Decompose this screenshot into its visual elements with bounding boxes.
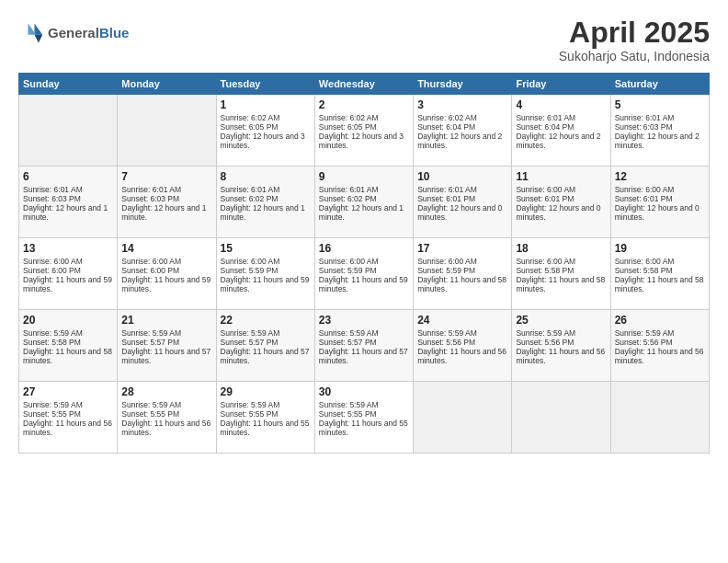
sunrise: Sunrise: 6:02 AM [319,113,379,122]
sunset: Sunset: 5:55 PM [319,409,377,419]
sunrise: Sunrise: 5:59 AM [121,328,181,338]
day-number: 30 [319,385,409,398]
sunrise: Sunrise: 6:00 AM [23,257,83,266]
sunset: Sunset: 5:58 PM [23,338,81,347]
calendar-cell: 11Sunrise: 6:00 AMSunset: 6:01 PMDayligh… [512,167,610,238]
sunrise: Sunrise: 5:59 AM [615,328,675,338]
calendar-cell [610,382,709,454]
calendar-cell: 29Sunrise: 5:59 AMSunset: 5:55 PMDayligh… [216,382,314,454]
day-number: 3 [417,98,507,111]
sunset: Sunset: 6:05 PM [221,122,279,132]
day-number: 21 [121,314,211,327]
calendar-week-row: 20Sunrise: 5:59 AMSunset: 5:58 PMDayligh… [19,310,710,382]
sunset: Sunset: 6:04 PM [417,122,475,132]
calendar-week-row: 1Sunrise: 6:02 AMSunset: 6:05 PMDaylight… [19,95,710,167]
daylight: Daylight: 11 hours and 56 minutes. [417,347,506,365]
daylight: Daylight: 12 hours and 2 minutes. [417,132,502,150]
calendar-cell [19,95,118,167]
calendar-cell: 26Sunrise: 5:59 AMSunset: 5:56 PMDayligh… [610,310,709,382]
calendar-week-row: 13Sunrise: 6:00 AMSunset: 6:00 PMDayligh… [19,238,710,310]
sunrise: Sunrise: 5:59 AM [221,328,280,338]
sunrise: Sunrise: 5:59 AM [417,328,477,338]
sunset: Sunset: 5:59 PM [221,266,279,275]
daylight: Daylight: 11 hours and 59 minutes. [121,275,210,293]
sunset: Sunset: 6:03 PM [23,194,81,203]
calendar-cell: 17Sunrise: 6:00 AMSunset: 5:59 PMDayligh… [414,238,512,310]
calendar-cell [512,382,610,454]
location-subtitle: Sukoharjo Satu, Indonesia [559,49,710,63]
calendar-cell [118,95,216,167]
sunrise: Sunrise: 6:01 AM [417,185,477,194]
daylight: Daylight: 12 hours and 0 minutes. [615,203,700,222]
calendar-cell: 22Sunrise: 5:59 AMSunset: 5:57 PMDayligh… [216,310,314,382]
day-number: 11 [516,170,606,183]
daylight: Daylight: 12 hours and 0 minutes. [516,203,600,222]
calendar-cell: 7Sunrise: 6:01 AMSunset: 6:03 PMDaylight… [118,167,216,238]
sunrise: Sunrise: 5:59 AM [23,400,83,409]
sunset: Sunset: 5:55 PM [221,409,279,419]
calendar-cell: 23Sunrise: 5:59 AMSunset: 5:57 PMDayligh… [314,310,413,382]
daylight: Daylight: 11 hours and 59 minutes. [221,275,310,293]
calendar-cell: 6Sunrise: 6:01 AMSunset: 6:03 PMDaylight… [19,167,118,238]
daylight: Daylight: 11 hours and 57 minutes. [121,347,210,365]
daylight: Daylight: 11 hours and 59 minutes. [23,275,112,293]
daylight: Daylight: 12 hours and 2 minutes. [516,132,600,150]
sunset: Sunset: 6:01 PM [417,194,475,203]
calendar-cell: 9Sunrise: 6:01 AMSunset: 6:02 PMDaylight… [314,167,413,238]
sunrise: Sunrise: 6:01 AM [615,113,675,122]
sunset: Sunset: 5:59 PM [319,266,377,275]
day-number: 5 [615,98,705,111]
sunrise: Sunrise: 6:01 AM [23,185,83,194]
sunrise: Sunrise: 6:01 AM [221,185,280,194]
daylight: Daylight: 12 hours and 0 minutes. [417,203,502,222]
day-number: 26 [615,314,705,327]
sunrise: Sunrise: 5:59 AM [319,400,379,409]
sunrise: Sunrise: 6:01 AM [516,113,575,122]
daylight: Daylight: 12 hours and 1 minute. [121,203,206,222]
daylight: Daylight: 11 hours and 56 minutes. [23,419,112,437]
calendar-cell: 13Sunrise: 6:00 AMSunset: 6:00 PMDayligh… [19,238,118,310]
calendar-table: SundayMondayTuesdayWednesdayThursdayFrid… [18,73,710,454]
calendar-cell: 10Sunrise: 6:01 AMSunset: 6:01 PMDayligh… [414,167,512,238]
sunset: Sunset: 5:57 PM [121,338,179,347]
sunrise: Sunrise: 5:59 AM [319,328,379,338]
weekday-header: Wednesday [314,74,413,95]
day-number: 13 [23,242,113,255]
sunrise: Sunrise: 6:02 AM [417,113,477,122]
daylight: Daylight: 11 hours and 58 minutes. [23,347,112,365]
day-number: 24 [417,314,507,327]
calendar-cell: 20Sunrise: 5:59 AMSunset: 5:58 PMDayligh… [19,310,118,382]
sunset: Sunset: 6:01 PM [516,194,574,203]
header: GeneralBlue April 2025 Sukoharjo Satu, I… [18,17,710,63]
weekday-header: Sunday [19,74,118,95]
sunset: Sunset: 5:58 PM [615,266,673,275]
daylight: Daylight: 11 hours and 55 minutes. [319,419,408,437]
calendar-cell: 30Sunrise: 5:59 AMSunset: 5:55 PMDayligh… [314,382,413,454]
sunrise: Sunrise: 5:59 AM [121,400,181,409]
day-number: 17 [417,242,507,255]
svg-marker-1 [35,35,43,43]
title-block: April 2025 Sukoharjo Satu, Indonesia [559,17,710,63]
calendar-cell: 2Sunrise: 6:02 AMSunset: 6:05 PMDaylight… [314,95,413,167]
weekday-header: Saturday [610,74,709,95]
sunset: Sunset: 5:56 PM [615,338,673,347]
sunrise: Sunrise: 6:01 AM [121,185,181,194]
sunset: Sunset: 5:55 PM [121,409,179,419]
weekday-header: Friday [512,74,610,95]
svg-marker-0 [35,24,43,35]
sunset: Sunset: 6:03 PM [615,122,673,132]
daylight: Daylight: 12 hours and 2 minutes. [615,132,700,150]
calendar-cell: 27Sunrise: 5:59 AMSunset: 5:55 PMDayligh… [19,382,118,454]
daylight: Daylight: 11 hours and 56 minutes. [615,347,704,365]
calendar-cell: 14Sunrise: 6:00 AMSunset: 6:00 PMDayligh… [118,238,216,310]
calendar-cell: 4Sunrise: 6:01 AMSunset: 6:04 PMDaylight… [512,95,610,167]
sunset: Sunset: 5:57 PM [221,338,279,347]
calendar-week-row: 6Sunrise: 6:01 AMSunset: 6:03 PMDaylight… [19,167,710,238]
sunset: Sunset: 5:56 PM [516,338,574,347]
sunset: Sunset: 6:04 PM [516,122,574,132]
sunset: Sunset: 6:00 PM [23,266,81,275]
day-number: 27 [23,385,113,398]
sunset: Sunset: 5:57 PM [319,338,377,347]
sunrise: Sunrise: 6:00 AM [615,185,675,194]
day-number: 14 [121,242,211,255]
